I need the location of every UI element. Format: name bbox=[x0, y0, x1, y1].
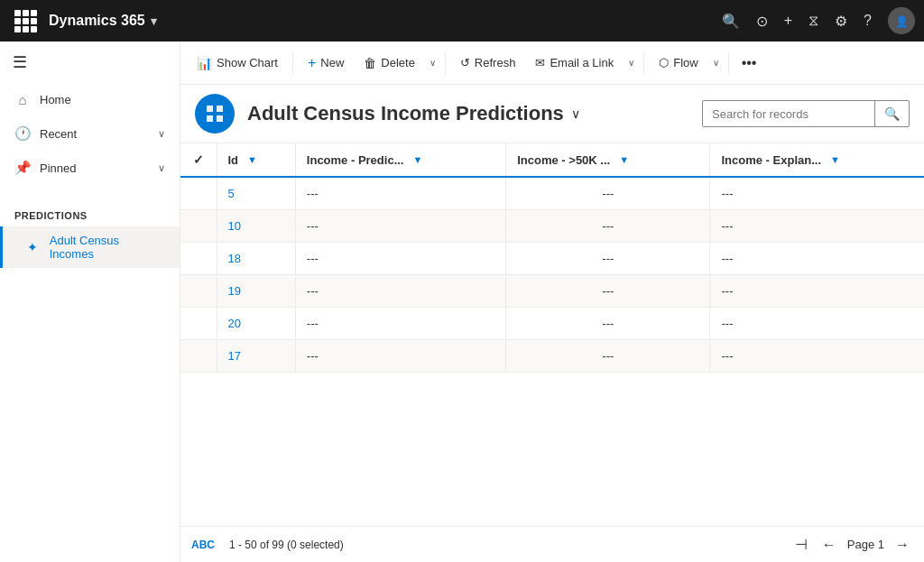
delete-dropdown-icon[interactable]: ∨ bbox=[426, 52, 439, 73]
svg-rect-3 bbox=[217, 106, 223, 112]
new-label: New bbox=[320, 56, 344, 69]
page-icon bbox=[195, 94, 235, 134]
table-row: 20 --- --- --- bbox=[180, 308, 924, 340]
content-area: 📊 Show Chart + New 🗑 Delete ∨ ↺ Refresh … bbox=[180, 41, 924, 562]
select-all-icon: ✓ bbox=[193, 152, 204, 167]
th-income-50k-label: Income - >50K ... bbox=[517, 153, 610, 167]
pinned-chevron-icon: ∨ bbox=[158, 162, 165, 174]
th-income-pred-filter-icon[interactable]: ▼ bbox=[412, 154, 422, 165]
main-layout: ☰ ⌂ Home 🕐 Recent ∨ 📌 Pinned ∨ Predictio… bbox=[0, 41, 924, 562]
search-button[interactable]: 🔍 bbox=[874, 101, 909, 126]
row-income-pred-3: --- bbox=[295, 275, 505, 308]
row-income-pred-5: --- bbox=[295, 340, 505, 373]
top-nav-icons: 🔍 ⊙ + ⧖ ⚙ ? 👤 bbox=[722, 7, 915, 34]
row-income-50k-5: --- bbox=[506, 340, 710, 373]
flow-button[interactable]: ⬡ Flow bbox=[650, 51, 707, 75]
sidebar-toggle[interactable]: ☰ bbox=[0, 41, 180, 83]
refresh-icon: ↺ bbox=[460, 56, 470, 69]
more-options-icon[interactable]: ••• bbox=[735, 50, 764, 77]
next-page-button[interactable]: → bbox=[892, 535, 913, 555]
flow-dropdown-icon[interactable]: ∨ bbox=[709, 52, 723, 73]
recent-icon: 🕐 bbox=[14, 125, 31, 142]
sidebar: ☰ ⌂ Home 🕐 Recent ∨ 📌 Pinned ∨ Predictio… bbox=[0, 41, 180, 562]
table-footer: ABC 1 - 50 of 99 (0 selected) ⊣ ← Page 1… bbox=[180, 526, 924, 562]
record-count: 1 - 50 of 99 (0 selected) bbox=[229, 539, 344, 551]
sidebar-item-home[interactable]: ⌂ Home bbox=[0, 83, 180, 116]
row-income-expl-4: --- bbox=[710, 308, 924, 340]
help-icon[interactable]: ? bbox=[864, 13, 872, 29]
search-icon[interactable]: 🔍 bbox=[722, 13, 740, 30]
prev-page-button[interactable]: ← bbox=[818, 535, 840, 555]
toolbar-separator-2 bbox=[445, 52, 446, 74]
add-icon[interactable]: + bbox=[784, 13, 792, 29]
row-checkbox-3[interactable] bbox=[180, 275, 217, 308]
svg-rect-4 bbox=[207, 115, 213, 122]
first-page-button[interactable]: ⊣ bbox=[791, 534, 811, 555]
row-id-0[interactable]: 5 bbox=[217, 177, 295, 210]
new-button[interactable]: + New bbox=[299, 50, 353, 77]
email-link-button[interactable]: ✉ Email a Link bbox=[526, 51, 623, 75]
row-income-50k-1: --- bbox=[506, 210, 710, 243]
toolbar: 📊 Show Chart + New 🗑 Delete ∨ ↺ Refresh … bbox=[180, 41, 924, 85]
row-id-5[interactable]: 17 bbox=[217, 340, 295, 373]
show-chart-label: Show Chart bbox=[217, 56, 278, 69]
table-wrapper[interactable]: ✓ Id ▼ Income - Predic... bbox=[180, 143, 924, 526]
refresh-button[interactable]: ↺ Refresh bbox=[451, 51, 525, 75]
search-bar: 🔍 bbox=[702, 100, 910, 127]
row-id-4[interactable]: 20 bbox=[217, 308, 295, 340]
row-checkbox-4[interactable] bbox=[180, 308, 217, 340]
follow-icon[interactable]: ⊙ bbox=[756, 13, 768, 30]
row-income-50k-0: --- bbox=[506, 177, 710, 210]
row-income-50k-3: --- bbox=[506, 275, 710, 308]
row-income-expl-3: --- bbox=[710, 275, 924, 308]
sidebar-item-pinned[interactable]: 📌 Pinned ∨ bbox=[0, 151, 180, 185]
abc-button[interactable]: ABC bbox=[191, 539, 215, 551]
sidebar-item-recent[interactable]: 🕐 Recent ∨ bbox=[0, 116, 180, 151]
table-row: 5 --- --- --- bbox=[180, 177, 924, 210]
th-income-50k-filter-icon[interactable]: ▼ bbox=[619, 154, 629, 165]
row-checkbox-1[interactable] bbox=[180, 210, 217, 243]
app-title-container[interactable]: Dynamics 365 ▾ bbox=[49, 13, 157, 29]
table-row: 10 --- --- --- bbox=[180, 210, 924, 243]
th-income-pred: Income - Predic... ▼ bbox=[295, 143, 505, 177]
search-input[interactable] bbox=[703, 102, 874, 126]
page-header: Adult Census Income Predictions ∨ 🔍 bbox=[180, 85, 924, 143]
sidebar-pinned-label: Pinned bbox=[40, 161, 76, 175]
settings-icon[interactable]: ⚙ bbox=[835, 13, 847, 30]
recent-chevron-icon: ∨ bbox=[158, 128, 165, 140]
row-income-50k-4: --- bbox=[506, 308, 710, 340]
row-checkbox-0[interactable] bbox=[180, 177, 217, 210]
filter-icon[interactable]: ⧖ bbox=[808, 13, 818, 29]
show-chart-button[interactable]: 📊 Show Chart bbox=[188, 51, 287, 76]
sidebar-item-adult-census[interactable]: ✦ Adult Census Incomes bbox=[0, 226, 180, 268]
row-id-2[interactable]: 18 bbox=[217, 243, 295, 275]
row-income-pred-2: --- bbox=[295, 243, 505, 275]
table-row: 17 --- --- --- bbox=[180, 340, 924, 373]
waffle-menu[interactable] bbox=[9, 5, 42, 37]
email-dropdown-icon[interactable]: ∨ bbox=[624, 52, 638, 73]
page-label: Page 1 bbox=[847, 538, 884, 551]
row-id-3[interactable]: 19 bbox=[217, 275, 295, 308]
th-income-pred-label: Income - Predic... bbox=[307, 153, 404, 167]
row-checkbox-2[interactable] bbox=[180, 243, 217, 275]
app-title: Dynamics 365 bbox=[49, 13, 145, 29]
row-income-expl-1: --- bbox=[710, 210, 924, 243]
sub-item-icon: ✦ bbox=[24, 240, 41, 254]
row-id-1[interactable]: 10 bbox=[217, 210, 295, 243]
row-income-expl-0: --- bbox=[710, 177, 924, 210]
th-id: Id ▼ bbox=[217, 143, 295, 177]
th-id-filter-icon[interactable]: ▼ bbox=[247, 154, 257, 165]
th-checkbox[interactable]: ✓ bbox=[180, 143, 217, 177]
row-income-pred-4: --- bbox=[295, 308, 505, 340]
sidebar-section-predictions: Predictions bbox=[0, 199, 180, 226]
sidebar-sub-label: Adult Census Incomes bbox=[50, 234, 165, 261]
new-icon: + bbox=[308, 55, 316, 71]
delete-button[interactable]: 🗑 Delete bbox=[355, 51, 424, 76]
avatar[interactable]: 👤 bbox=[888, 7, 915, 34]
page-dropdown-icon[interactable]: ∨ bbox=[571, 106, 580, 121]
email-link-label: Email a Link bbox=[550, 56, 614, 69]
table-row: 18 --- --- --- bbox=[180, 243, 924, 275]
th-income-expl-filter-icon[interactable]: ▼ bbox=[830, 154, 840, 165]
row-checkbox-5[interactable] bbox=[180, 340, 217, 373]
row-income-expl-5: --- bbox=[710, 340, 924, 373]
